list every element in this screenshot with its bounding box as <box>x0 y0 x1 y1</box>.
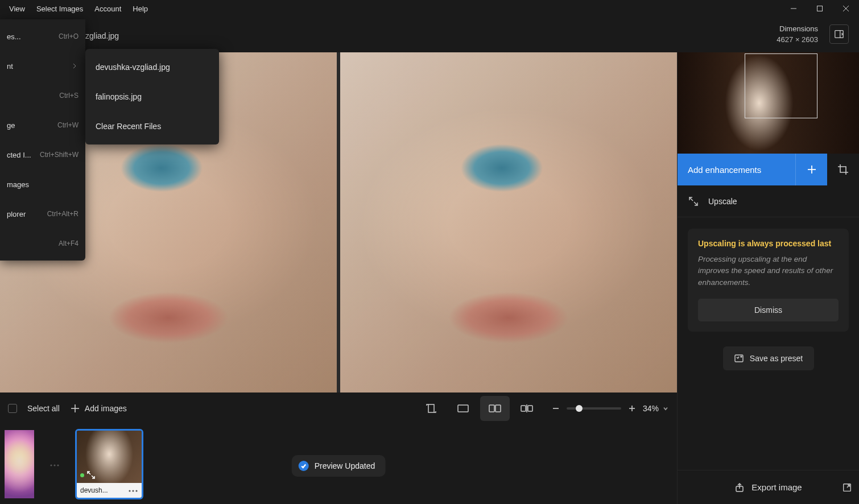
recent-file-item-0[interactable]: devushka-vzgliad.jpg <box>85 52 219 82</box>
maximize-button[interactable] <box>807 0 833 17</box>
view-mode-buttons <box>416 396 542 421</box>
svg-rect-9 <box>458 405 468 412</box>
export-label: Export image <box>751 482 802 492</box>
svg-rect-4 <box>835 31 843 38</box>
view-crop-button[interactable] <box>416 396 446 421</box>
upscale-info-box: Upscaling is always processed last Proce… <box>688 229 849 332</box>
viewer-toolbar: Select all Add images 34% <box>0 393 677 424</box>
status-dot-icon <box>80 473 84 477</box>
file-close-selected-item[interactable]: cted I...Ctrl+Shift+W <box>0 140 85 170</box>
svg-point-24 <box>132 490 134 491</box>
svg-point-25 <box>135 490 137 491</box>
svg-line-28 <box>689 197 693 201</box>
recent-files-submenu: devushka-vzgliad.jpg falinopsis.jpg Clea… <box>85 49 219 144</box>
svg-rect-1 <box>817 6 823 11</box>
svg-point-19 <box>53 464 55 466</box>
svg-point-20 <box>57 464 59 466</box>
file-explorer-item[interactable]: plorerCtrl+Alt+R <box>0 199 85 229</box>
thumbnail-1-name: devush... <box>80 486 108 494</box>
select-all-checkbox[interactable] <box>8 404 17 413</box>
view-split-button[interactable] <box>512 396 542 421</box>
breadcrumb-filename: zgliad.jpg <box>85 31 119 40</box>
crop-button[interactable] <box>827 154 859 185</box>
file-close-image-item[interactable]: geCtrl+W <box>0 110 85 140</box>
zoom-in-icon[interactable] <box>628 404 636 412</box>
recent-file-item-1[interactable]: falinopsis.jpg <box>85 82 219 111</box>
menu-account[interactable]: Account <box>89 1 127 16</box>
enhanced-pane <box>340 52 677 393</box>
clear-recent-files-item[interactable]: Clear Recent Files <box>85 111 219 141</box>
thumbnail-1-caption-bar: devush... <box>77 483 142 498</box>
svg-line-29 <box>694 202 697 205</box>
thumbnail-0[interactable] <box>5 430 34 498</box>
add-images-button[interactable]: Add images <box>70 403 127 414</box>
view-side-by-side-button[interactable] <box>480 396 510 421</box>
svg-point-31 <box>741 356 742 357</box>
menubar: View Select Images Account Help <box>0 0 859 17</box>
preset-icon <box>734 353 744 363</box>
menu-select-images[interactable]: Select Images <box>31 1 89 16</box>
view-single-button[interactable] <box>448 396 478 421</box>
minimize-button[interactable] <box>780 0 807 17</box>
toggle-right-panel-button[interactable] <box>829 24 849 44</box>
file-exit-item[interactable]: Alt+F4 <box>0 229 85 258</box>
plus-icon <box>806 164 817 175</box>
info-body: Processing upscaling at the end improves… <box>698 254 839 288</box>
right-panel: Add enhancements Upscale Upscaling is al… <box>677 52 859 504</box>
header-row: Dimensions 4627 × 2603 <box>0 17 859 51</box>
thumbnail-1-menu-button[interactable] <box>128 486 138 494</box>
zoom-slider[interactable] <box>567 407 621 410</box>
check-icon <box>299 461 309 471</box>
svg-rect-8 <box>428 404 434 412</box>
export-icon <box>734 482 745 493</box>
add-images-label: Add images <box>85 404 127 413</box>
add-enhancements-button[interactable]: Add enhancements <box>678 154 795 185</box>
svg-rect-12 <box>521 406 526 411</box>
window-controls <box>780 0 859 17</box>
save-as-preset-button[interactable]: Save as preset <box>723 346 814 370</box>
upscale-icon <box>688 196 699 207</box>
file-menu-dropdown: es...Ctrl+O nt Ctrl+S geCtrl+W cted I...… <box>0 19 85 261</box>
expand-icon <box>86 470 96 480</box>
upscale-label: Upscale <box>708 197 737 206</box>
zoom-controls: 34% <box>552 404 669 413</box>
export-image-button[interactable]: Export image <box>678 470 859 504</box>
navigator-thumbnail[interactable] <box>678 52 859 154</box>
svg-point-18 <box>50 464 52 466</box>
thumbnail-1-selected[interactable]: devush... <box>75 429 143 499</box>
zoom-slider-knob[interactable] <box>576 405 583 412</box>
info-title: Upscaling is always processed last <box>698 239 839 248</box>
crop-icon <box>837 164 849 175</box>
chevron-right-icon <box>71 62 79 70</box>
zoom-out-icon[interactable] <box>552 404 560 412</box>
filmstrip-more-button[interactable] <box>44 454 65 474</box>
export-expand-icon[interactable] <box>842 482 852 493</box>
add-enhancement-plus-button[interactable] <box>795 154 827 185</box>
dimensions-value: 4627 × 2603 <box>777 35 818 44</box>
select-all-label: Select all <box>27 404 60 413</box>
save-preset-label: Save as preset <box>750 354 803 363</box>
upscale-enhancement-row[interactable]: Upscale <box>678 185 859 217</box>
file-open-item[interactable]: es...Ctrl+O <box>0 22 85 51</box>
dismiss-button[interactable]: Dismiss <box>698 299 839 321</box>
svg-rect-11 <box>495 405 501 412</box>
file-images-item[interactable]: mages <box>0 170 85 199</box>
file-save-item[interactable]: Ctrl+S <box>0 81 85 110</box>
menu-help[interactable]: Help <box>127 1 154 16</box>
chevron-down-icon <box>662 405 669 412</box>
dimensions-label: Dimensions <box>777 24 818 33</box>
preview-updated-toast: Preview Updated <box>292 455 386 477</box>
dimensions-readout: Dimensions 4627 × 2603 <box>777 24 818 44</box>
svg-rect-13 <box>528 406 532 411</box>
preview-toast-label: Preview Updated <box>315 461 375 470</box>
svg-rect-10 <box>489 405 494 412</box>
thumbnail-status <box>80 470 96 480</box>
plus-icon <box>70 403 80 414</box>
close-button[interactable] <box>833 0 859 17</box>
menu-view[interactable]: View <box>3 1 31 16</box>
panel-collapse-icon <box>834 29 844 39</box>
svg-point-23 <box>129 490 130 491</box>
file-open-recent-item[interactable]: nt <box>0 51 85 81</box>
navigator-viewport-frame[interactable] <box>745 53 817 118</box>
zoom-percent-dropdown[interactable]: 34% <box>643 404 669 413</box>
